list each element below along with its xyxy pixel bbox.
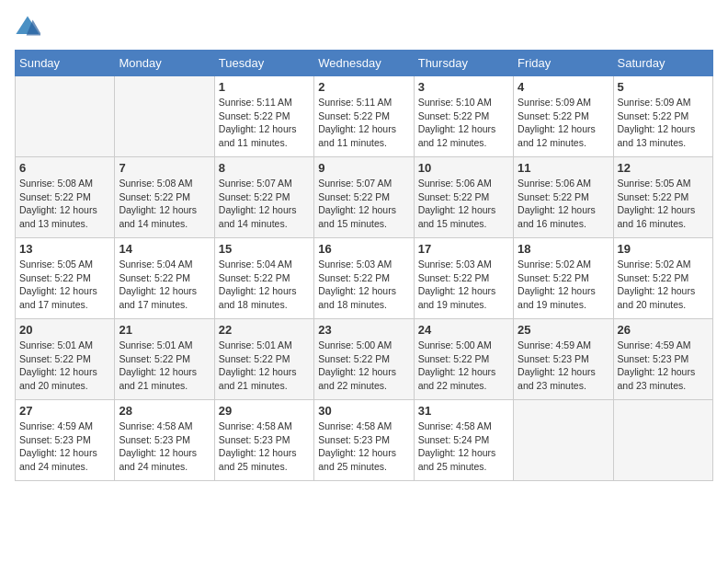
day-number: 6 xyxy=(19,161,110,175)
calendar-cell xyxy=(514,400,613,481)
calendar-cell: 4 Sunrise: 5:09 AM Sunset: 5:22 PM Dayli… xyxy=(514,76,613,157)
calendar-cell: 30 Sunrise: 4:58 AM Sunset: 5:23 PM Dayl… xyxy=(314,400,414,481)
calendar-cell: 26 Sunrise: 4:59 AM Sunset: 5:23 PM Dayl… xyxy=(613,319,712,400)
day-number: 30 xyxy=(318,404,409,418)
day-number: 13 xyxy=(19,242,110,256)
calendar-cell: 31 Sunrise: 4:58 AM Sunset: 5:24 PM Dayl… xyxy=(414,400,513,481)
calendar-week-row: 27 Sunrise: 4:59 AM Sunset: 5:23 PM Dayl… xyxy=(16,400,713,481)
calendar-cell: 28 Sunrise: 4:58 AM Sunset: 5:23 PM Dayl… xyxy=(115,400,214,481)
day-info: Sunrise: 5:01 AM Sunset: 5:22 PM Dayligh… xyxy=(119,339,210,393)
day-info: Sunrise: 4:59 AM Sunset: 5:23 PM Dayligh… xyxy=(618,339,709,393)
weekday-header: Monday xyxy=(115,51,214,76)
calendar-cell: 3 Sunrise: 5:10 AM Sunset: 5:22 PM Dayli… xyxy=(414,76,513,157)
day-number: 16 xyxy=(318,242,409,256)
day-info: Sunrise: 5:06 AM Sunset: 5:22 PM Dayligh… xyxy=(418,177,509,231)
day-info: Sunrise: 4:58 AM Sunset: 5:24 PM Dayligh… xyxy=(418,419,509,474)
calendar-cell: 23 Sunrise: 5:00 AM Sunset: 5:22 PM Dayl… xyxy=(314,319,414,400)
calendar-cell: 20 Sunrise: 5:01 AM Sunset: 5:22 PM Dayl… xyxy=(16,319,115,400)
day-number: 14 xyxy=(119,242,210,256)
calendar-week-row: 20 Sunrise: 5:01 AM Sunset: 5:22 PM Dayl… xyxy=(16,319,713,400)
day-number: 19 xyxy=(618,242,709,256)
day-number: 25 xyxy=(518,323,609,337)
calendar-cell: 9 Sunrise: 5:07 AM Sunset: 5:22 PM Dayli… xyxy=(314,157,414,238)
logo-icon xyxy=(15,15,40,40)
day-info: Sunrise: 5:03 AM Sunset: 5:22 PM Dayligh… xyxy=(318,258,409,312)
day-number: 5 xyxy=(618,80,709,94)
logo xyxy=(15,15,44,40)
day-info: Sunrise: 5:01 AM Sunset: 5:22 PM Dayligh… xyxy=(19,339,110,393)
day-number: 28 xyxy=(119,404,210,418)
day-number: 27 xyxy=(19,404,110,418)
calendar-cell: 12 Sunrise: 5:05 AM Sunset: 5:22 PM Dayl… xyxy=(613,157,712,238)
calendar-cell: 10 Sunrise: 5:06 AM Sunset: 5:22 PM Dayl… xyxy=(414,157,513,238)
day-number: 2 xyxy=(318,80,409,94)
day-number: 10 xyxy=(418,161,509,175)
day-info: Sunrise: 5:02 AM Sunset: 5:22 PM Dayligh… xyxy=(518,258,609,312)
day-info: Sunrise: 5:11 AM Sunset: 5:22 PM Dayligh… xyxy=(219,96,310,150)
day-number: 18 xyxy=(518,242,609,256)
day-number: 20 xyxy=(19,323,110,337)
calendar-cell: 16 Sunrise: 5:03 AM Sunset: 5:22 PM Dayl… xyxy=(314,238,414,319)
calendar-cell: 14 Sunrise: 5:04 AM Sunset: 5:22 PM Dayl… xyxy=(115,238,214,319)
calendar-cell: 17 Sunrise: 5:03 AM Sunset: 5:22 PM Dayl… xyxy=(414,238,513,319)
weekday-header: Tuesday xyxy=(214,51,313,76)
calendar-cell: 18 Sunrise: 5:02 AM Sunset: 5:22 PM Dayl… xyxy=(514,238,613,319)
calendar-cell: 2 Sunrise: 5:11 AM Sunset: 5:22 PM Dayli… xyxy=(314,76,414,157)
page-header xyxy=(15,15,713,40)
day-number: 4 xyxy=(518,80,609,94)
day-info: Sunrise: 5:08 AM Sunset: 5:22 PM Dayligh… xyxy=(19,177,110,231)
calendar-cell: 13 Sunrise: 5:05 AM Sunset: 5:22 PM Dayl… xyxy=(16,238,115,319)
calendar-cell: 15 Sunrise: 5:04 AM Sunset: 5:22 PM Dayl… xyxy=(214,238,313,319)
day-info: Sunrise: 5:09 AM Sunset: 5:22 PM Dayligh… xyxy=(618,96,709,150)
day-number: 1 xyxy=(219,80,310,94)
calendar-week-row: 1 Sunrise: 5:11 AM Sunset: 5:22 PM Dayli… xyxy=(16,76,713,157)
day-info: Sunrise: 5:08 AM Sunset: 5:22 PM Dayligh… xyxy=(119,177,210,231)
calendar-cell: 11 Sunrise: 5:06 AM Sunset: 5:22 PM Dayl… xyxy=(514,157,613,238)
day-number: 24 xyxy=(418,323,509,337)
day-info: Sunrise: 5:03 AM Sunset: 5:22 PM Dayligh… xyxy=(418,258,509,312)
calendar-cell: 27 Sunrise: 4:59 AM Sunset: 5:23 PM Dayl… xyxy=(16,400,115,481)
day-info: Sunrise: 5:02 AM Sunset: 5:22 PM Dayligh… xyxy=(618,258,709,312)
day-number: 17 xyxy=(418,242,509,256)
day-number: 29 xyxy=(219,404,310,418)
day-number: 7 xyxy=(119,161,210,175)
day-info: Sunrise: 4:59 AM Sunset: 5:23 PM Dayligh… xyxy=(19,419,110,474)
weekday-header: Friday xyxy=(514,51,613,76)
day-info: Sunrise: 5:00 AM Sunset: 5:22 PM Dayligh… xyxy=(318,339,409,393)
day-info: Sunrise: 5:09 AM Sunset: 5:22 PM Dayligh… xyxy=(518,96,609,150)
day-number: 3 xyxy=(418,80,509,94)
day-info: Sunrise: 5:00 AM Sunset: 5:22 PM Dayligh… xyxy=(418,339,509,393)
day-info: Sunrise: 4:58 AM Sunset: 5:23 PM Dayligh… xyxy=(219,419,310,474)
day-number: 8 xyxy=(219,161,310,175)
weekday-header: Sunday xyxy=(16,51,115,76)
calendar-cell: 29 Sunrise: 4:58 AM Sunset: 5:23 PM Dayl… xyxy=(214,400,313,481)
calendar-cell xyxy=(16,76,115,157)
day-info: Sunrise: 5:11 AM Sunset: 5:22 PM Dayligh… xyxy=(318,96,409,150)
day-number: 21 xyxy=(119,323,210,337)
day-info: Sunrise: 5:07 AM Sunset: 5:22 PM Dayligh… xyxy=(219,177,310,231)
weekday-header: Saturday xyxy=(613,51,712,76)
day-info: Sunrise: 4:58 AM Sunset: 5:23 PM Dayligh… xyxy=(119,419,210,474)
day-number: 31 xyxy=(418,404,509,418)
day-info: Sunrise: 5:06 AM Sunset: 5:22 PM Dayligh… xyxy=(518,177,609,231)
day-number: 11 xyxy=(518,161,609,175)
day-info: Sunrise: 5:10 AM Sunset: 5:22 PM Dayligh… xyxy=(418,96,509,150)
day-number: 23 xyxy=(318,323,409,337)
calendar-cell: 25 Sunrise: 4:59 AM Sunset: 5:23 PM Dayl… xyxy=(514,319,613,400)
calendar-cell: 21 Sunrise: 5:01 AM Sunset: 5:22 PM Dayl… xyxy=(115,319,214,400)
day-number: 9 xyxy=(318,161,409,175)
day-number: 26 xyxy=(618,323,709,337)
calendar-cell: 22 Sunrise: 5:01 AM Sunset: 5:22 PM Dayl… xyxy=(214,319,313,400)
day-info: Sunrise: 5:05 AM Sunset: 5:22 PM Dayligh… xyxy=(618,177,709,231)
day-info: Sunrise: 5:04 AM Sunset: 5:22 PM Dayligh… xyxy=(119,258,210,312)
calendar-cell: 1 Sunrise: 5:11 AM Sunset: 5:22 PM Dayli… xyxy=(214,76,313,157)
weekday-header: Wednesday xyxy=(314,51,414,76)
calendar-cell: 5 Sunrise: 5:09 AM Sunset: 5:22 PM Dayli… xyxy=(613,76,712,157)
calendar-cell xyxy=(115,76,214,157)
calendar-week-row: 6 Sunrise: 5:08 AM Sunset: 5:22 PM Dayli… xyxy=(16,157,713,238)
day-number: 12 xyxy=(618,161,709,175)
calendar-cell: 8 Sunrise: 5:07 AM Sunset: 5:22 PM Dayli… xyxy=(214,157,313,238)
day-number: 22 xyxy=(219,323,310,337)
calendar-cell: 7 Sunrise: 5:08 AM Sunset: 5:22 PM Dayli… xyxy=(115,157,214,238)
weekday-header-row: SundayMondayTuesdayWednesdayThursdayFrid… xyxy=(16,51,713,76)
